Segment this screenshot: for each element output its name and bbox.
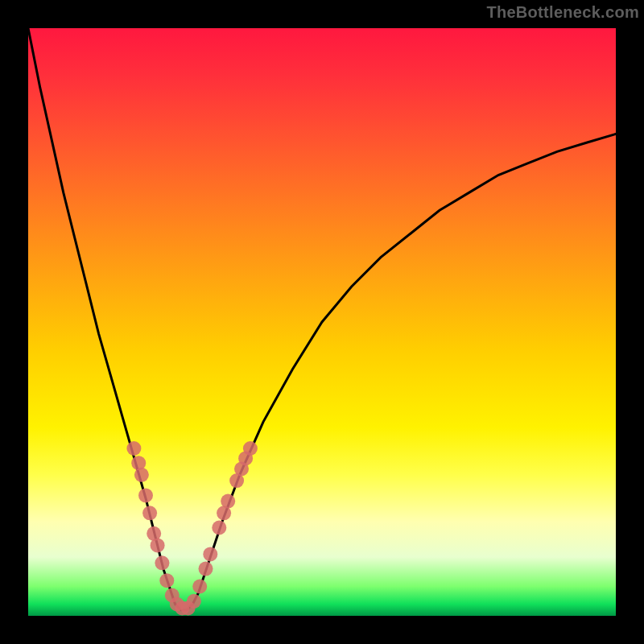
sample-dot — [203, 547, 217, 561]
chart-frame: TheBottleneck.com — [0, 0, 644, 644]
sample-dot — [187, 594, 201, 609]
sample-dot — [138, 488, 153, 502]
sample-dot — [221, 494, 235, 509]
chart-svg — [28, 28, 616, 616]
sample-dot — [212, 521, 226, 535]
sample-dot — [151, 538, 165, 552]
sample-dot — [155, 555, 169, 570]
plot-area — [28, 28, 616, 616]
sample-dot — [126, 441, 141, 456]
sample-dot — [142, 506, 157, 520]
sample-dot — [134, 468, 149, 482]
sample-dot — [192, 580, 207, 594]
watermark-text: TheBottleneck.com — [486, 3, 639, 22]
sample-dot — [159, 573, 174, 588]
sample-dot — [199, 562, 213, 576]
bottleneck-curve — [28, 28, 616, 610]
sample-dot — [243, 441, 258, 456]
